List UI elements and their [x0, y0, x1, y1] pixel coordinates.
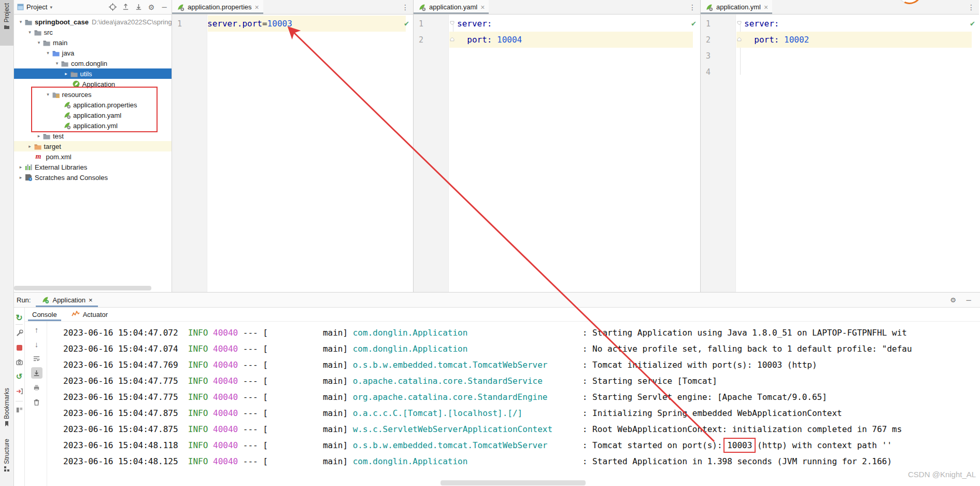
- rerun-button[interactable]: ↻: [13, 312, 25, 323]
- rerun-springboot-button[interactable]: ↺: [13, 371, 25, 382]
- chevron-expanded-icon[interactable]: ▾: [17, 19, 24, 24]
- watermark: CSDN @Knight_AL: [908, 470, 976, 479]
- editor-line[interactable]: 2 port: 10002: [701, 32, 979, 48]
- editor-tab-application-yaml[interactable]: application.yaml ×: [414, 0, 489, 14]
- tree-item-java[interactable]: ▾java: [14, 48, 172, 58]
- kebab-menu-icon[interactable]: ⋮: [685, 3, 700, 11]
- code-token: server:: [744, 19, 779, 29]
- stripe-tab-structure[interactable]: Structure: [0, 436, 13, 477]
- editor-content[interactable]: 1 server.port=10003 ✔: [172, 15, 413, 292]
- inspections-ok-icon[interactable]: ✔: [404, 19, 409, 28]
- layout-button[interactable]: [13, 404, 25, 415]
- close-icon[interactable]: ×: [255, 3, 259, 11]
- editor-content[interactable]: 1 server: 2 port: 10002 3 4 ✔: [701, 15, 979, 292]
- folder-icon: [42, 38, 51, 47]
- editor-line[interactable]: 2 port: 10004: [414, 32, 700, 48]
- scroll-to-end-button[interactable]: [31, 367, 42, 379]
- tree-item-label: Application: [82, 80, 116, 88]
- tree-item-springboot-case[interactable]: ▾springboot_caseD:\idea\java2022SC\sprin…: [14, 17, 172, 27]
- collapse-all-icon[interactable]: [134, 3, 143, 11]
- package-folder-icon: [61, 59, 69, 67]
- print-button[interactable]: [31, 382, 42, 393]
- gear-icon[interactable]: ⚙: [949, 296, 957, 304]
- expand-all-icon[interactable]: [121, 3, 130, 11]
- chevron-expanded-icon[interactable]: ▾: [26, 30, 34, 35]
- editor-tab-application-properties[interactable]: application.properties ×: [172, 0, 263, 14]
- tree-item-utils[interactable]: ▸utils: [14, 68, 172, 79]
- fold-marker-icon[interactable]: [736, 21, 744, 27]
- editor-line[interactable]: 4: [701, 64, 979, 80]
- tree-item-src[interactable]: ▾src: [14, 27, 172, 37]
- editor-line[interactable]: 1 server:: [414, 16, 700, 32]
- detach-button[interactable]: [13, 385, 25, 397]
- kebab-menu-icon[interactable]: ⋮: [397, 3, 413, 11]
- close-icon[interactable]: ×: [480, 3, 485, 11]
- tree-item-application-yml[interactable]: application.yml: [14, 120, 172, 131]
- editor-line[interactable]: 1 server.port=10003: [172, 16, 413, 32]
- editor-content[interactable]: 1 server: 2 port: 10004 ✔: [414, 15, 700, 292]
- down-stack-button[interactable]: ↓: [31, 338, 42, 350]
- tree-item-pom-xml[interactable]: mpom.xml: [14, 151, 172, 162]
- settings-icon[interactable]: ⚙: [147, 3, 155, 11]
- fold-marker-icon[interactable]: [449, 37, 457, 43]
- build-settings-button[interactable]: [13, 327, 25, 339]
- editor-line[interactable]: 3: [701, 48, 979, 64]
- close-icon[interactable]: ×: [89, 296, 93, 304]
- project-view-selector[interactable]: Project ▾: [17, 3, 52, 11]
- close-icon[interactable]: ×: [764, 3, 768, 11]
- run-tab-actuator[interactable]: Actuator: [64, 308, 115, 321]
- kebab-menu-icon[interactable]: ⋮: [963, 3, 979, 11]
- hide-icon[interactable]: ─: [964, 296, 973, 304]
- chevron-expanded-icon[interactable]: ▾: [45, 50, 52, 55]
- tree-item-main[interactable]: ▾main: [14, 37, 172, 48]
- chevron-collapsed-icon[interactable]: ▸: [63, 71, 70, 76]
- project-horizontal-scrollbar[interactable]: [14, 286, 151, 290]
- console-output[interactable]: 2023-06-16 15:04:47.072 INFO 40040 --- […: [48, 322, 980, 480]
- inspections-ok-icon[interactable]: ✔: [691, 19, 696, 28]
- editor-tab-application-yml[interactable]: application.yml ×: [701, 0, 772, 14]
- chevron-collapsed-icon[interactable]: ▸: [17, 164, 24, 170]
- tree-item-resources[interactable]: ▾resources: [14, 89, 172, 100]
- chevron-collapsed-icon[interactable]: ▸: [35, 133, 42, 138]
- run-tab-console[interactable]: Console: [25, 308, 64, 321]
- editor-gutter: [414, 15, 449, 292]
- thread-dump-button[interactable]: [13, 356, 25, 368]
- fold-marker-icon[interactable]: [736, 37, 744, 43]
- log-level: INFO: [188, 328, 208, 338]
- chevron-expanded-icon[interactable]: ▾: [53, 61, 61, 66]
- inspections-ok-icon[interactable]: ✔: [970, 19, 975, 28]
- chevron-expanded-icon[interactable]: ▾: [35, 40, 42, 45]
- up-stack-button[interactable]: ↑: [31, 324, 42, 335]
- tree-item-external-libraries[interactable]: ▸External Libraries: [14, 162, 172, 172]
- tree-item-application-properties[interactable]: application.properties: [14, 100, 172, 110]
- hide-icon[interactable]: ─: [160, 3, 168, 11]
- tree-item-scratches-and-consoles[interactable]: ▸Scratches and Consoles: [14, 172, 172, 183]
- run-tab-label: Console: [32, 311, 57, 318]
- tree-item-label: java: [62, 49, 75, 57]
- structure-tool-icon: [4, 466, 9, 471]
- tree-item-label: target: [44, 143, 61, 150]
- run-configuration-tab[interactable]: Application ×: [36, 293, 97, 307]
- project-tool-icon: [4, 24, 9, 30]
- stop-button[interactable]: [13, 342, 25, 353]
- tree-item-com-donglin[interactable]: ▾com.donglin: [14, 58, 172, 68]
- log-pid: 40040: [213, 328, 238, 338]
- log-logger: o.a.c.c.C.[Tomcat].[localhost].[/]: [353, 405, 577, 421]
- chevron-expanded-icon[interactable]: ▾: [45, 92, 52, 97]
- console-log-line: 2023-06-16 15:04:47.875 INFO 40040 --- […: [63, 421, 980, 437]
- editor-line[interactable]: 1 server:: [701, 16, 979, 32]
- chevron-collapsed-icon[interactable]: ▸: [26, 144, 34, 149]
- stripe-tab-project[interactable]: Project: [0, 0, 13, 46]
- tree-item-target[interactable]: ▸target: [14, 141, 172, 151]
- stripe-tab-bookmarks[interactable]: Bookmarks: [0, 385, 13, 424]
- fold-marker-icon[interactable]: [449, 21, 457, 27]
- tree-item-application[interactable]: Application: [14, 79, 172, 89]
- tree-item-test[interactable]: ▸test: [14, 131, 172, 141]
- tree-item-application-yaml[interactable]: application.yaml: [14, 110, 172, 120]
- soft-wrap-button[interactable]: [31, 353, 42, 364]
- locate-icon[interactable]: [108, 3, 117, 11]
- clear-all-button[interactable]: [31, 396, 42, 408]
- chevron-collapsed-icon[interactable]: ▸: [17, 175, 24, 180]
- run-header: Run: Application × ⚙ ─: [14, 293, 980, 308]
- console-horizontal-scrollbar[interactable]: [441, 480, 586, 485]
